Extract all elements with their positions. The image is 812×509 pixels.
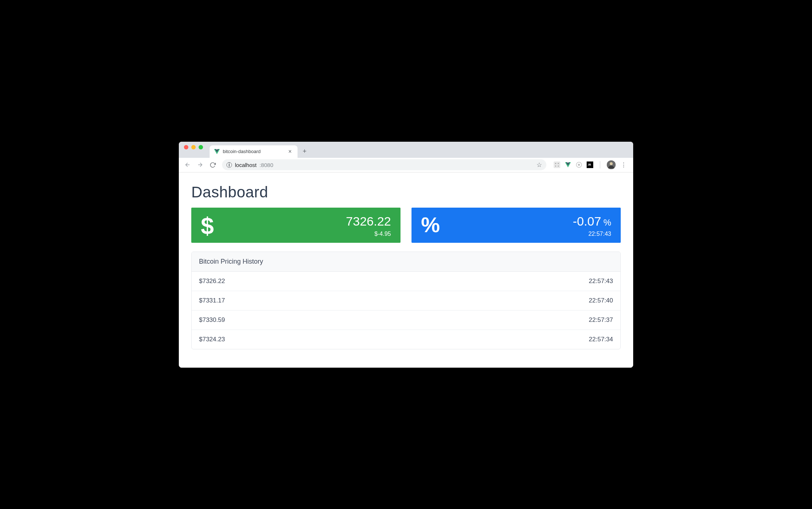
history-row: $7324.2322:57:34 [192,330,620,349]
vue-favicon-icon [214,149,220,155]
percent-card: % -0.07% 22:57:43 [411,208,621,243]
percent-number: -0.07 [573,214,601,228]
svg-point-2 [558,163,559,164]
history-price: $7326.22 [199,278,225,285]
svg-point-6 [578,164,580,166]
extension-icon[interactable] [554,161,560,168]
history-time: 22:57:43 [589,278,613,285]
toolbar-separator [600,161,600,168]
history-time: 22:57:37 [589,316,613,324]
history-title: Bitcoin Pricing History [192,252,620,272]
browser-window: bitcoin-dashboard × + i localhost:8080 ☆ [179,142,633,368]
profile-avatar[interactable] [607,160,616,169]
history-row: $7331.1722:57:40 [192,291,620,311]
bookmark-star-icon[interactable]: ☆ [536,161,542,169]
price-card: $ 7326.22 $-4.95 [191,208,401,243]
address-bar[interactable]: i localhost:8080 ☆ [222,159,546,170]
jetbrains-extension-icon[interactable]: JB [587,161,593,168]
percent-icon: % [421,214,440,235]
window-controls [184,142,210,158]
window-close-button[interactable] [184,145,188,149]
svg-point-3 [555,166,556,167]
vue-devtools-icon[interactable] [565,161,571,168]
history-time: 22:57:40 [589,297,613,304]
page-title: Dashboard [191,183,621,201]
svg-text:JB: JB [588,163,591,166]
history-price: $7330.59 [199,316,225,324]
forward-button[interactable] [195,160,205,170]
new-tab-button[interactable]: + [298,145,312,158]
url-host: localhost [235,162,256,168]
history-rows: $7326.2222:57:43$7331.1722:57:40$7330.59… [192,272,620,349]
history-price: $7324.23 [199,336,225,343]
site-info-icon[interactable]: i [226,162,232,168]
percent-unit: % [604,218,611,227]
percent-time: 22:57:43 [573,231,611,237]
history-panel: Bitcoin Pricing History $7326.2222:57:43… [191,252,621,349]
svg-point-10 [610,162,613,165]
browser-tab-strip: bitcoin-dashboard × + [179,142,633,158]
window-minimize-button[interactable] [191,145,196,149]
back-button[interactable] [182,160,193,170]
browser-tab[interactable]: bitcoin-dashboard × [210,145,298,158]
percent-card-body: -0.07% 22:57:43 [573,214,611,237]
percent-value: -0.07% [573,214,611,229]
page-content: Dashboard $ 7326.22 $-4.95 % -0.07% 22:5… [179,172,633,368]
tab-title: bitcoin-dashboard [223,149,284,154]
extension-icons: JB [551,161,596,168]
tab-close-icon[interactable]: × [287,148,293,155]
browser-toolbar: i localhost:8080 ☆ JB ⋮ [179,158,633,172]
price-card-body: 7326.22 $-4.95 [346,214,391,237]
url-port: :8080 [259,162,273,168]
svg-point-1 [555,163,556,164]
svg-rect-0 [554,161,560,168]
summary-cards: $ 7326.22 $-4.95 % -0.07% 22:57:43 [191,208,621,243]
price-value: 7326.22 [346,214,391,229]
price-delta: $-4.95 [346,231,391,237]
history-time: 22:57:34 [589,336,613,343]
history-price: $7331.17 [199,297,225,304]
extension-icon[interactable] [576,161,582,168]
svg-point-4 [558,166,559,167]
window-zoom-button[interactable] [199,145,203,149]
history-row: $7326.2222:57:43 [192,272,620,291]
browser-menu-button[interactable]: ⋮ [618,161,630,168]
reload-button[interactable] [207,160,218,170]
dollar-icon: $ [201,214,214,238]
history-row: $7330.5922:57:37 [192,311,620,330]
